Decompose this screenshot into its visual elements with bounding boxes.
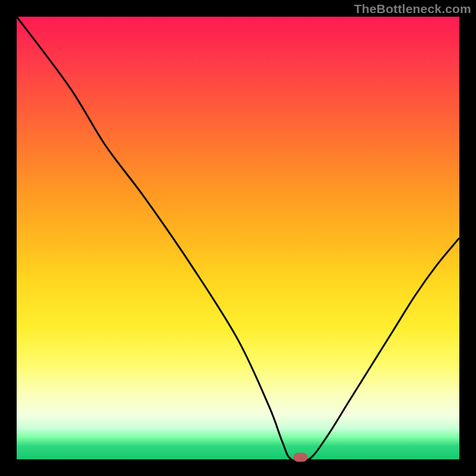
bottleneck-curve <box>17 17 459 462</box>
chart-frame: TheBottleneck.com <box>0 0 476 476</box>
optimal-point-marker <box>293 453 308 462</box>
chart-curve-layer <box>0 0 476 476</box>
watermark-text: TheBottleneck.com <box>354 2 471 16</box>
